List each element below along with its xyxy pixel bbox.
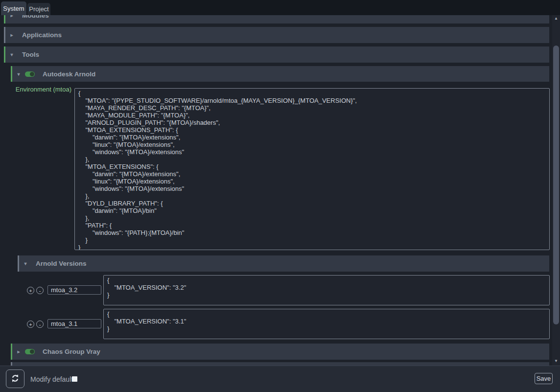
add-version-button[interactable]: + [27,321,34,328]
section-header-arnold-versions[interactable]: ▾ Arnold Versions [18,255,549,272]
vray-enabled-toggle[interactable] [25,349,35,354]
remove-version-button[interactable]: - [36,287,44,294]
section-title: Modules [22,15,49,19]
section-header-chaos-group-vray[interactable]: ▸ Chaos Group Vray [11,344,549,360]
section-header-partial[interactable] [11,362,549,366]
scroll-up-icon[interactable]: ▲ [552,15,560,22]
section-header-applications[interactable]: ▸ Applications [4,27,549,43]
collapse-arrow-icon: ▸ [15,349,22,354]
environment-mtoa-label: Environment (mtoa) [5,86,71,93]
refresh-icon [10,373,20,385]
tab-project[interactable]: Project [27,3,50,15]
collapse-arrow-icon: ▾ [22,261,29,266]
section-title: Applications [22,31,62,39]
collapse-arrow-icon: ▸ [8,32,15,38]
vertical-scrollbar[interactable]: ▲ ▼ [552,15,560,366]
section-title: Tools [22,51,39,58]
remove-version-button[interactable]: - [36,321,44,328]
section-header-tools[interactable]: ▾ Tools [4,46,549,63]
modify-defaults-label: Modify defaults [30,366,76,392]
collapse-arrow-icon: ▸ [8,15,15,18]
modify-defaults-checkbox[interactable] [72,376,77,382]
settings-window: System Project ▸ Modules ▸ Applications … [0,0,560,392]
refresh-button[interactable] [6,369,24,388]
version-json-textarea[interactable]: { "MTOA_VERSION": "3.1" } [103,309,550,339]
scroll-down-icon[interactable]: ▼ [552,358,560,365]
section-title: Arnold Versions [36,260,87,267]
section-title: Autodesk Arnold [43,70,95,78]
collapse-arrow-icon: ▾ [8,52,15,57]
save-button[interactable]: Save [535,373,553,384]
version-json-textarea[interactable]: { "MTOA_VERSION": "3.2" } [103,275,550,305]
collapse-arrow-icon: ▾ [15,71,22,77]
settings-scroll-area: ▸ Modules ▸ Applications ▾ Tools ▾ Autod… [0,15,552,366]
version-name-input[interactable] [47,319,101,328]
arnold-enabled-toggle[interactable] [25,71,35,77]
tab-system[interactable]: System [1,1,26,15]
section-title: Chaos Group Vray [43,348,100,355]
footer-toolbar: Modify defaults Save [0,366,560,392]
tab-bar: System Project [0,0,560,15]
section-header-autodesk-arnold[interactable]: ▾ Autodesk Arnold [11,66,549,82]
version-name-input[interactable] [47,285,101,295]
section-header-modules[interactable]: ▸ Modules [4,15,549,23]
environment-mtoa-textarea[interactable]: { "MTOA": "{PYPE_STUDIO_SOFTWARE}/arnold… [74,88,550,250]
scrollbar-thumb[interactable] [553,46,559,324]
add-version-button[interactable]: + [27,287,34,294]
